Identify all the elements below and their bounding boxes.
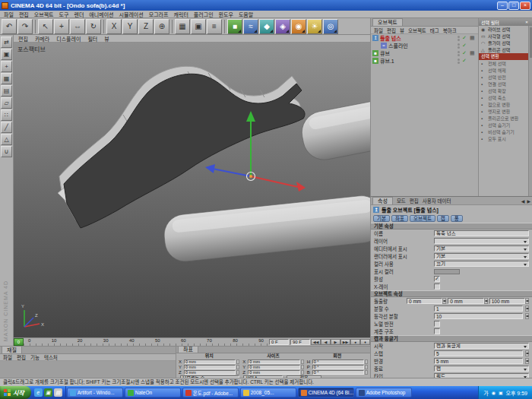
- tool-live-selection[interactable]: ◉ 라이브 선택: [479, 26, 532, 33]
- stepper-icon[interactable]: [365, 370, 368, 375]
- cmd-unhide-all[interactable]: ▪모두 표시: [479, 135, 532, 142]
- use-color-dropdown[interactable]: 끄기: [434, 261, 529, 267]
- basic-properties-header[interactable]: 기본 속성: [371, 223, 532, 230]
- stepper-icon[interactable]: [301, 365, 304, 369]
- viewport-menu-edit[interactable]: 편집: [18, 35, 28, 43]
- layer-dropdown[interactable]: [434, 238, 529, 244]
- cap-start-dropdown[interactable]: 캡과 둥글게: [434, 343, 529, 349]
- points-mode-icon[interactable]: ∷: [1, 109, 12, 121]
- visibility-dots[interactable]: [458, 59, 460, 64]
- enabled-checkbox[interactable]: ✓: [434, 276, 440, 282]
- menu-mograph[interactable]: 모그라프: [149, 11, 169, 18]
- object-row-spline[interactable]: ≈ 스플라인 ✓: [371, 42, 478, 49]
- enabled-check-icon[interactable]: ✓: [462, 58, 468, 64]
- cmd-invert-selection[interactable]: ▪선택 반전: [479, 74, 532, 81]
- xray-checkbox[interactable]: [434, 283, 440, 290]
- lock-y-icon[interactable]: Y: [122, 19, 138, 34]
- mat-menu-function[interactable]: 기능: [30, 353, 40, 361]
- visibility-dots[interactable]: [458, 51, 460, 56]
- subdivision-field[interactable]: 1: [434, 306, 523, 312]
- name-field[interactable]: 돌출 넙스: [434, 230, 529, 236]
- tool-polygon-selection[interactable]: △ 폴리곤 선택: [479, 46, 532, 53]
- workplane-mode-icon[interactable]: ▱: [1, 97, 12, 109]
- cmd-convert-to-points[interactable]: ▪점으로 변환: [479, 101, 532, 108]
- taskbar-item-nateon[interactable]: NateOn: [125, 388, 181, 397]
- tool-lasso-selection[interactable]: ◠ 올가미 선택: [479, 40, 532, 46]
- end-frame-field[interactable]: 90 F: [290, 339, 310, 345]
- object-properties-header[interactable]: 오브젝트 속성: [371, 290, 532, 297]
- ie-quicklaunch-icon[interactable]: e: [34, 388, 43, 397]
- make-editable-icon[interactable]: ⇄: [1, 36, 12, 48]
- viewport-menu-camera[interactable]: 카메라: [35, 35, 49, 43]
- edges-mode-icon[interactable]: ╱: [1, 122, 12, 133]
- tab-caps[interactable]: 캡: [437, 215, 449, 222]
- mat-menu-edit[interactable]: 편집: [17, 353, 26, 361]
- add-camera-icon[interactable]: ◎: [323, 19, 338, 34]
- tab-basic[interactable]: 기본: [373, 215, 390, 222]
- texture-mode-icon[interactable]: ▦: [1, 73, 12, 84]
- tab-coordinates-manager[interactable]: 좌표: [178, 346, 198, 353]
- om-menu-edit[interactable]: 편집: [387, 27, 396, 34]
- size-x-field[interactable]: 0 mm: [248, 359, 299, 364]
- scale-icon[interactable]: ⇔: [70, 19, 85, 34]
- stepper-icon[interactable]: [525, 350, 529, 356]
- om-menu-view[interactable]: 뷰: [400, 27, 404, 34]
- menu-file[interactable]: 파일: [4, 11, 14, 18]
- stepper-icon[interactable]: [236, 370, 239, 375]
- minimize-button[interactable]: –: [497, 2, 508, 10]
- cmd-convert-to-edges[interactable]: ▪엣지로 변환: [479, 108, 532, 115]
- menu-objects[interactable]: 오브젝트: [34, 11, 54, 18]
- viewport-menu-filter[interactable]: 필터: [87, 35, 97, 43]
- add-array-icon[interactable]: ◈: [275, 19, 290, 34]
- polygons-mode-icon[interactable]: △: [1, 134, 12, 145]
- stepper-icon[interactable]: [236, 365, 239, 369]
- model-mode-icon[interactable]: ▣: [1, 49, 12, 60]
- visibility-dots[interactable]: [458, 43, 460, 49]
- menu-animation[interactable]: 애니메이션: [89, 11, 113, 18]
- om-menu-objects[interactable]: 오브젝트: [408, 27, 426, 34]
- menu-tools[interactable]: 도구: [59, 11, 69, 18]
- position-y-field[interactable]: 0 mm: [184, 365, 236, 369]
- lock-z-icon[interactable]: Z: [138, 19, 154, 34]
- cap-radius-field[interactable]: 5 mm: [434, 358, 523, 364]
- hierarchy-checkbox[interactable]: [434, 328, 440, 334]
- cmd-hide-unselected[interactable]: ▪비선택 숨기기: [479, 128, 532, 135]
- cap-end-dropdown[interactable]: 캡: [434, 366, 529, 372]
- object-row-extrude[interactable]: ↥ 돌출 넙스 ✓ ▦: [371, 34, 478, 42]
- menu-window[interactable]: 윈도우: [219, 11, 233, 18]
- movement-y-field[interactable]: 0 mm: [448, 298, 483, 304]
- attr-menu-mode[interactable]: 모드: [397, 197, 406, 204]
- taskbar-item-artifort[interactable]: Artifort - Windo...: [67, 388, 123, 397]
- palette-scrollbar[interactable]: [528, 26, 532, 196]
- stepper-icon[interactable]: [301, 359, 304, 364]
- add-nurbs-icon[interactable]: ◆: [259, 19, 274, 34]
- visibility-dots[interactable]: [458, 36, 460, 41]
- tab-attributes[interactable]: 속성: [372, 197, 393, 204]
- attr-menu-userdata[interactable]: 사용자 데이터: [423, 197, 451, 204]
- cmd-convert-to-polygons[interactable]: ▪폴리곤으로 변환: [479, 115, 532, 122]
- live-selection-icon[interactable]: ↖: [38, 19, 53, 34]
- om-menu-file[interactable]: 파일: [374, 27, 383, 34]
- desktop-quicklaunch-icon[interactable]: ▣: [44, 388, 52, 397]
- menu-character[interactable]: 캐릭터: [174, 11, 188, 18]
- viewport-menu-view[interactable]: 뷰: [104, 35, 109, 43]
- coordinate-system-icon[interactable]: ⊕: [154, 19, 169, 34]
- cap-steps-field[interactable]: 5: [434, 350, 523, 356]
- stepper-icon[interactable]: [525, 306, 529, 312]
- timeline-ruler[interactable]: 0 10 20 30 40 50 60 70 80 90: [24, 338, 268, 346]
- current-frame-marker[interactable]: 0: [14, 338, 24, 346]
- stepper-icon[interactable]: [484, 298, 488, 304]
- rounded-slab-right[interactable]: [298, 93, 370, 163]
- move-icon[interactable]: +: [54, 19, 69, 34]
- tab-object[interactable]: 오브젝트: [410, 215, 435, 222]
- goto-end-button[interactable]: ▶▶: [340, 339, 350, 345]
- taskbar-item-cinema4d[interactable]: CINEMA 4D (64 Bi...: [298, 388, 354, 397]
- tab-coordinates[interactable]: 좌표: [391, 215, 408, 222]
- stepper-icon[interactable]: [236, 359, 239, 364]
- object-axis-mode-icon[interactable]: +: [1, 61, 12, 72]
- start-frame-field[interactable]: 0 F: [269, 339, 289, 345]
- add-primitive-icon[interactable]: ■: [227, 19, 242, 34]
- tab-materials[interactable]: 재질: [2, 346, 22, 353]
- menu-render[interactable]: 렌더: [74, 11, 84, 18]
- stepper-icon[interactable]: [442, 298, 446, 304]
